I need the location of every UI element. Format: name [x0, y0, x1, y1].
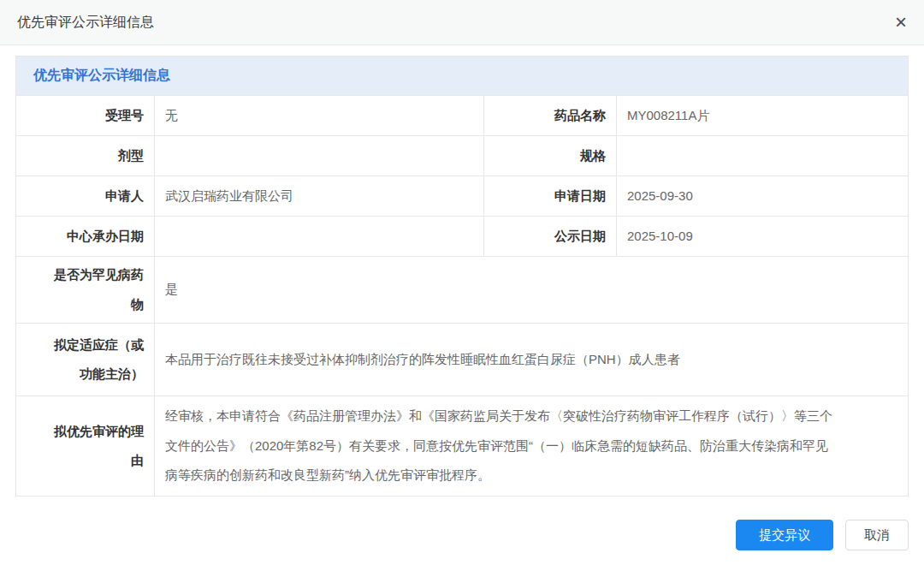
table-row: 受理号 无 药品名称 MY008211A片: [16, 95, 908, 135]
field-label-publicity-date: 公示日期: [484, 217, 617, 256]
field-value-rare-disease: 是: [155, 257, 908, 323]
field-label-application-date: 申请日期: [484, 176, 617, 216]
field-label-drug-name: 药品名称: [484, 96, 617, 135]
field-label-rare-disease: 是否为罕见病药物: [16, 257, 155, 323]
close-icon[interactable]: ×: [895, 12, 907, 33]
field-value-indication: 本品用于治疗既往未接受过补体抑制剂治疗的阵发性睡眠性血红蛋白尿症（PNH）成人患…: [155, 324, 908, 396]
field-value-priority-reason: 经审核，本申请符合《药品注册管理办法》和《国家药监局关于发布〈突破性治疗药物审评…: [155, 396, 908, 496]
cancel-button[interactable]: 取消: [845, 520, 909, 550]
dialog-title: 优先审评公示详细信息: [17, 14, 154, 32]
submit-objection-button[interactable]: 提交异议: [736, 520, 833, 550]
table-row: 剂型 规格: [16, 135, 908, 175]
priority-review-detail-dialog: 优先审评公示详细信息 × 优先审评公示详细信息 受理号 无 药品名称 MY008…: [0, 0, 924, 497]
field-value-center-accept-date: [155, 217, 484, 256]
field-label-dosage-form: 剂型: [16, 136, 155, 175]
field-label-acceptance-no: 受理号: [16, 96, 155, 135]
table-row: 申请人 武汉启瑞药业有限公司 申请日期 2025-09-30: [16, 175, 908, 216]
detail-info-table: 优先审评公示详细信息 受理号 无 药品名称 MY008211A片 剂型 规格 申…: [15, 56, 909, 497]
field-label-center-accept-date: 中心承办日期: [16, 217, 155, 256]
table-title: 优先审评公示详细信息: [16, 56, 908, 95]
field-value-publicity-date: 2025-10-09: [617, 217, 908, 256]
field-value-dosage-form: [155, 136, 484, 175]
field-label-indication: 拟定适应症（或功能主治）: [16, 324, 155, 396]
field-label-priority-reason: 拟优先审评的理由: [16, 396, 155, 496]
table-row: 拟定适应症（或功能主治） 本品用于治疗既往未接受过补体抑制剂治疗的阵发性睡眠性血…: [16, 323, 908, 396]
table-row: 拟优先审评的理由 经审核，本申请符合《药品注册管理办法》和《国家药监局关于发布〈…: [16, 396, 908, 496]
dialog-header: 优先审评公示详细信息 ×: [0, 0, 924, 45]
field-label-applicant: 申请人: [16, 176, 155, 216]
dialog-body: 优先审评公示详细信息 受理号 无 药品名称 MY008211A片 剂型 规格 申…: [0, 45, 924, 497]
table-row: 是否为罕见病药物 是: [16, 256, 908, 323]
field-value-applicant: 武汉启瑞药业有限公司: [155, 176, 484, 216]
field-label-specification: 规格: [484, 136, 617, 175]
field-value-application-date: 2025-09-30: [617, 176, 908, 216]
field-value-drug-name: MY008211A片: [617, 96, 908, 135]
table-row: 中心承办日期 公示日期 2025-10-09: [16, 216, 908, 256]
dialog-footer: 提交异议 取消: [736, 520, 909, 550]
field-value-acceptance-no: 无: [155, 96, 484, 135]
field-value-specification: [617, 136, 908, 175]
